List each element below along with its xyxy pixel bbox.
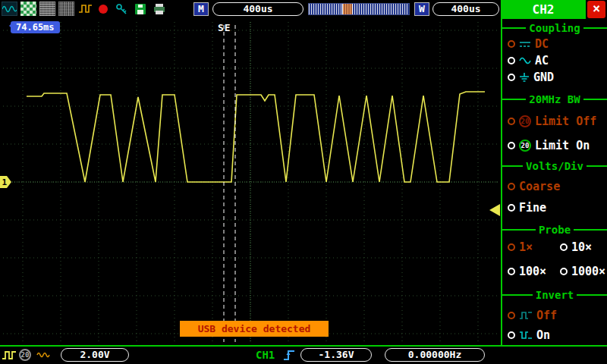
key-lock-icon bbox=[113, 2, 129, 16]
radio-icon bbox=[508, 312, 515, 319]
noise-thumbnail-icon bbox=[39, 2, 55, 16]
radio-icon bbox=[508, 204, 515, 212]
invert-off-waveform-icon bbox=[519, 311, 533, 320]
window-timebase-badge: W bbox=[414, 2, 429, 16]
section-header-bandwidth: 20MHz BW bbox=[502, 92, 607, 107]
menu-item-bw-limit-off[interactable]: 20 Limit Off bbox=[502, 113, 607, 130]
ch1-waveform-trace bbox=[27, 92, 485, 182]
section-header-probe: Probe bbox=[502, 222, 607, 237]
main-timebase-badge: M bbox=[193, 2, 209, 16]
menu-item-probe-1000x[interactable]: 1000× bbox=[555, 263, 607, 280]
top-toolbar: M 400us W 400us CH2 × bbox=[0, 0, 607, 19]
window-position-marker[interactable] bbox=[342, 4, 353, 14]
toolbar-icon-cluster bbox=[2, 2, 167, 16]
trigger-source-label: CH1 bbox=[256, 349, 275, 361]
menu-item-probe-10x[interactable]: 10× bbox=[555, 239, 607, 256]
save-icon[interactable] bbox=[132, 2, 148, 16]
waveform-display: 1 bbox=[0, 19, 501, 345]
bw-20mhz-on-icon: 20 bbox=[519, 140, 531, 152]
section-header-invert: Invert bbox=[502, 287, 607, 303]
window-timebase-value: 400us bbox=[432, 2, 499, 16]
print-icon[interactable] bbox=[151, 2, 167, 16]
pulse-mode-icon bbox=[77, 2, 93, 16]
oscilloscope-screen: M 400us W 400us CH2 × 1 74.65ms SE USB d… bbox=[0, 0, 607, 364]
trigger-level-marker[interactable] bbox=[489, 204, 500, 216]
channel1-position-marker[interactable]: 1 bbox=[0, 176, 11, 188]
radio-icon bbox=[560, 243, 568, 251]
graticule-grid bbox=[3, 22, 498, 342]
bw-limit-status-icon: 20 bbox=[19, 349, 31, 361]
menu-item-probe-1x[interactable]: 1× bbox=[502, 239, 555, 256]
ch1-volts-div-readout: 2.00V bbox=[61, 348, 129, 362]
usb-notification: USB device detected bbox=[180, 321, 329, 337]
bw-20mhz-off-icon: 20 bbox=[519, 115, 531, 127]
radio-icon bbox=[508, 74, 515, 81]
invert-on-waveform-icon bbox=[519, 331, 533, 340]
radio-icon bbox=[560, 268, 568, 275]
menu-item-probe-100x[interactable]: 100× bbox=[502, 263, 555, 280]
probe-row-2: 100× 1000× bbox=[502, 263, 607, 280]
menu-item-coupling-dc[interactable]: DC bbox=[502, 36, 607, 52]
menu-title: CH2 bbox=[501, 0, 586, 19]
frequency-counter-readout: 0.00000Hz bbox=[385, 348, 485, 362]
menu-item-voltsdiv-fine[interactable]: Fine bbox=[502, 199, 607, 216]
persistence-checker-icon bbox=[20, 2, 36, 16]
waveform-display-mode-icon bbox=[2, 2, 17, 16]
gnd-coupling-icon bbox=[519, 73, 530, 82]
probe-row-1: 1× 10× bbox=[502, 239, 607, 256]
trigger-level-readout: -1.36V bbox=[300, 348, 372, 362]
radio-icon bbox=[508, 243, 515, 251]
menu-item-coupling-gnd[interactable]: GND bbox=[502, 69, 607, 86]
section-header-coupling: Coupling bbox=[502, 20, 607, 36]
cursor-se-label: SE bbox=[218, 22, 231, 33]
graticule-area: 1 74.65ms SE USB device detected bbox=[0, 19, 501, 345]
ac-coupling-icon bbox=[519, 57, 531, 64]
radio-icon bbox=[508, 142, 515, 149]
menu-item-bw-limit-on[interactable]: 20 Limit On bbox=[502, 137, 607, 154]
dc-coupling-icon bbox=[519, 40, 531, 48]
noise-thumbnail-2-icon bbox=[58, 2, 74, 16]
ac-waveform-icon bbox=[36, 350, 52, 359]
trigger-slope-icon bbox=[282, 348, 297, 362]
radio-icon bbox=[508, 40, 515, 48]
menu-item-voltsdiv-coarse[interactable]: Coarse bbox=[502, 178, 607, 195]
record-icon[interactable] bbox=[96, 2, 110, 16]
channel1-marker-label: 1 bbox=[2, 177, 8, 187]
menu-item-invert-on[interactable]: On bbox=[502, 327, 607, 344]
channel-menu: Coupling DC AC GND 20MHz BW bbox=[501, 19, 607, 345]
delay-readout: 74.65ms bbox=[11, 21, 60, 33]
radio-icon bbox=[508, 118, 515, 125]
record-position-bar[interactable] bbox=[308, 3, 410, 15]
main-timebase-value: 400us bbox=[212, 2, 304, 16]
menu-item-invert-off[interactable]: Off bbox=[502, 307, 607, 324]
radio-icon bbox=[508, 57, 515, 64]
radio-icon bbox=[508, 268, 515, 275]
section-header-voltsdiv: Volts/Div bbox=[502, 158, 607, 174]
radio-icon bbox=[508, 183, 515, 190]
ch1-coupling-icon bbox=[2, 349, 17, 361]
menu-item-coupling-ac[interactable]: AC bbox=[502, 52, 607, 69]
radio-icon bbox=[508, 331, 515, 339]
close-icon[interactable]: × bbox=[587, 1, 605, 18]
status-bar: 20 2.00V CH1 -1.36V 0.00000Hz bbox=[0, 345, 607, 364]
